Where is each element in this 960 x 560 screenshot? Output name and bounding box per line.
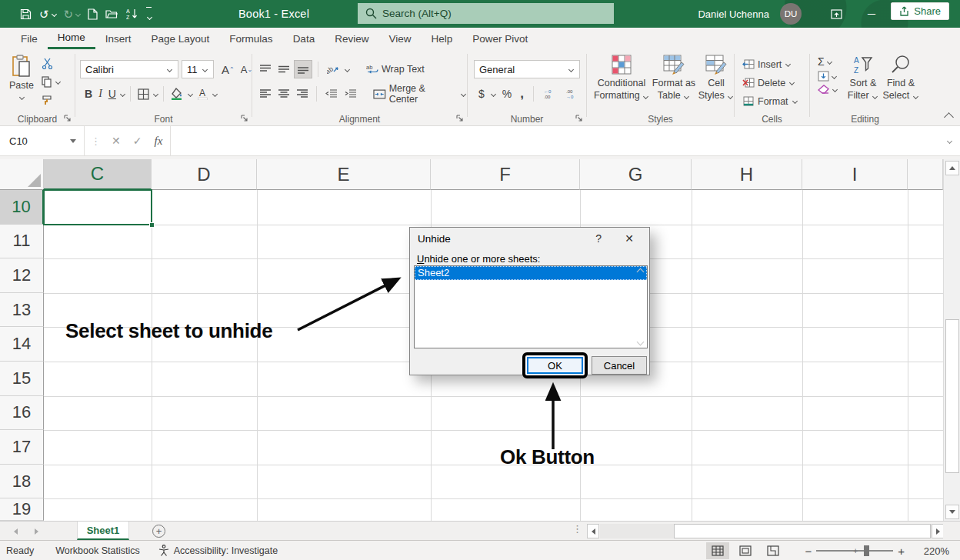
merge-center-dropdown-icon[interactable] [461,91,466,96]
wrap-text-button[interactable]: ab Wrap Text [363,60,428,78]
list-scroll-down-icon[interactable] [637,338,645,346]
insert-dropdown-icon[interactable] [785,62,791,67]
insert-function-icon[interactable]: fx [154,135,162,148]
list-scroll-up-icon[interactable] [637,268,645,276]
paste-dropdown-icon[interactable] [18,95,24,100]
fill-color-dropdown-icon[interactable] [188,91,193,96]
align-center-button[interactable] [275,85,292,103]
row-header-15[interactable]: 15 [0,362,44,396]
top-align-button[interactable] [257,60,274,78]
next-sheet-icon[interactable] [35,528,38,535]
page-layout-view-button[interactable] [734,542,757,559]
format-as-table-button[interactable]: Format asTable [652,49,696,115]
cut-button[interactable] [42,57,62,70]
cancel-button[interactable]: Cancel [592,356,647,375]
autosum-button[interactable]: Σ [818,55,838,68]
undo-dropdown-icon[interactable] [52,11,57,16]
zoom-level[interactable]: 220% [918,545,949,557]
open-folder-icon[interactable] [105,8,118,19]
normal-view-button[interactable] [706,542,729,559]
row-header-10[interactable]: 10 [0,190,44,225]
delete-dropdown-icon[interactable] [789,80,795,85]
copy-button[interactable] [42,75,62,88]
vertical-scroll-thumb[interactable] [945,319,959,473]
comma-style-button[interactable]: , [517,85,527,103]
column-header-g[interactable]: G [580,159,692,190]
scroll-left-button[interactable] [587,524,599,538]
tab-formulas[interactable]: Formulas [219,28,282,49]
italic-button[interactable]: I [95,85,105,103]
decrease-decimal-button[interactable]: .00→0 [562,85,582,103]
expand-formula-bar-icon[interactable] [938,139,960,143]
middle-align-button[interactable] [275,60,292,78]
scroll-up-button[interactable] [945,161,959,175]
font-dialog-launcher-icon[interactable] [241,115,248,122]
font-name-select[interactable]: Calibri [80,60,178,78]
align-right-button[interactable] [294,85,311,103]
add-sheet-button[interactable]: + [152,525,165,538]
customize-quick-access-icon[interactable] [146,7,152,21]
accounting-format-button[interactable]: $ [475,85,488,103]
row-header-18[interactable]: 18 [0,465,44,499]
status-ready[interactable]: Ready [6,545,34,556]
column-header-i[interactable]: I [802,159,908,190]
sheet-list[interactable]: Sheet2 [414,265,648,348]
tab-home[interactable]: Home [48,28,95,49]
tab-page-layout[interactable]: Page Layout [142,28,220,49]
tab-insert[interactable]: Insert [95,28,142,49]
workbook-statistics[interactable]: Workbook Statistics [55,545,140,556]
column-header-c[interactable]: C [44,159,152,190]
font-color-dropdown-icon[interactable] [212,91,218,96]
increase-indent-button[interactable] [342,85,359,103]
sheet-list-item-sheet2[interactable]: Sheet2 [415,266,647,280]
sort-filter-button[interactable]: AZ Sort &Filter [844,49,882,115]
paste-button[interactable]: Paste [5,55,38,102]
tab-file[interactable]: File [11,28,48,49]
font-size-select[interactable]: 11 [182,60,214,78]
orientation-dropdown-icon[interactable] [345,66,350,72]
dialog-close-icon[interactable]: ✕ [625,232,634,245]
user-name[interactable]: Daniel Uchenna [698,8,769,20]
tab-power-pivot[interactable]: Power Pivot [462,28,538,49]
zoom-slider[interactable]: + [816,550,893,552]
row-header-11[interactable]: 11 [0,225,44,259]
scroll-right-button[interactable] [932,524,944,538]
horizontal-scroll-thumb[interactable] [674,524,931,538]
decrease-indent-button[interactable] [322,85,340,103]
sheet-tab-sheet1[interactable]: Sheet1 [77,522,129,540]
column-header-f[interactable]: F [431,159,580,190]
sort-ascending-icon[interactable]: AZ [126,8,138,20]
bold-button[interactable]: B [82,85,95,103]
align-left-button[interactable] [257,85,274,103]
avatar[interactable]: DU [780,3,802,25]
fill-color-button[interactable] [168,85,187,103]
clear-dropdown-icon[interactable] [832,87,838,92]
collapse-ribbon-icon[interactable] [944,112,954,122]
bottom-align-button[interactable] [294,60,312,78]
insert-cells-button[interactable]: Insert [742,55,798,73]
increase-decimal-button[interactable]: ←0.00 [540,85,560,103]
row-header-19[interactable]: 19 [0,498,44,521]
column-header-e[interactable]: E [257,159,431,190]
tab-splitter-handle[interactable]: ⋮ [572,523,582,535]
fill-dropdown-icon[interactable] [832,73,837,78]
select-all-corner[interactable] [0,159,44,190]
search-input[interactable]: Search (Alt+Q) [358,3,614,24]
row-header-13[interactable]: 13 [0,293,44,328]
font-color-button[interactable]: A [194,85,212,103]
dialog-title-bar[interactable]: Unhide [410,228,649,250]
format-painter-button[interactable] [42,94,62,107]
row-header-14[interactable]: 14 [0,327,44,362]
scroll-down-button[interactable] [945,505,959,519]
column-header-h[interactable]: H [692,159,802,190]
alignment-dialog-launcher-icon[interactable] [456,115,464,122]
number-dialog-launcher-icon[interactable] [575,115,583,122]
minimize-button[interactable]: ─ [854,0,889,28]
cell-styles-button[interactable]: CellStyles [696,49,736,115]
orientation-button[interactable]: ab [324,60,342,78]
row-header-12[interactable]: 12 [0,258,44,293]
zoom-in-button[interactable]: + [893,545,909,558]
page-break-preview-button[interactable] [762,542,785,559]
formula-input[interactable] [171,126,938,155]
zoom-slider-thumb[interactable] [864,545,869,556]
